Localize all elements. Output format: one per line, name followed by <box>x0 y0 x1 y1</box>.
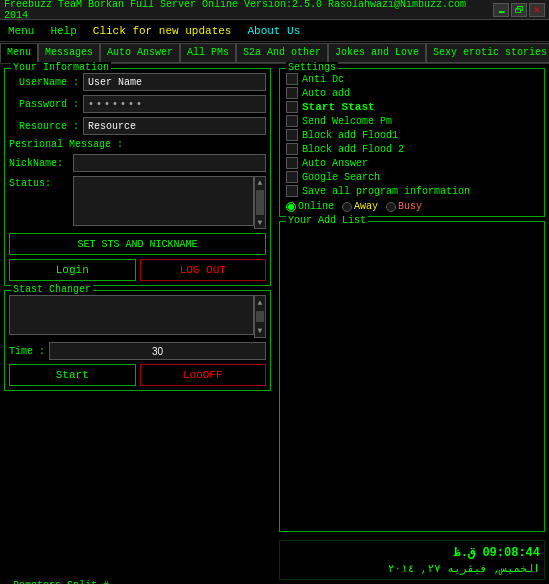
username-input[interactable] <box>83 73 266 91</box>
close-button[interactable]: ✕ <box>529 3 545 17</box>
cb-blockflood1[interactable] <box>286 129 298 141</box>
tab-erotic[interactable]: Sexy erotic stories an <box>426 43 549 63</box>
menu-menu[interactable]: Menu <box>4 24 38 38</box>
your-information-group: Your Information UserName : Password : R… <box>4 68 271 286</box>
stast-scroll-up[interactable]: ▲ <box>256 296 265 309</box>
cb-autoanswer-row: Auto Answer <box>286 157 538 169</box>
login-row: Login LOG OUT <box>9 259 266 281</box>
stast-textarea[interactable] <box>9 295 254 335</box>
settings-title: Settings <box>286 62 338 73</box>
radio-away[interactable]: Away <box>342 201 378 212</box>
tab-jokes[interactable]: Jokes and Love <box>328 43 426 63</box>
resource-label: Resource : <box>9 121 79 132</box>
cb-saveinfo-row: Save all program information <box>286 185 538 197</box>
cb-antidc[interactable] <box>286 73 298 85</box>
set-sts-nickname-button[interactable]: SET STS AND NICKNAME <box>9 233 266 255</box>
time-display-area: 09:08:44 ق.ظ الخميس, فيڤريه ٢٧, ٢٠١٤ <box>279 540 545 580</box>
tab-messages[interactable]: Messages <box>38 43 100 63</box>
status-scrollbar: ▲ ▼ <box>254 176 266 229</box>
stast-changer-group: Stast Changer ▲ ▼ Time : Start LooOFF <box>4 290 271 391</box>
window-controls: 🗕 🗗 ✕ <box>493 3 545 17</box>
menu-bar: Menu Help Click for new updates About Us <box>0 20 549 42</box>
radio-away-label: Away <box>354 201 378 212</box>
status-wrapper: ▲ ▼ <box>73 176 266 229</box>
your-information-title: Your Information <box>11 62 111 73</box>
app-title: Freebuzz TeaM Borkan Full Server Online … <box>4 0 493 21</box>
radio-row: Online Away Busy <box>286 201 538 212</box>
settings-group: Settings Anti Dc Auto add Start Stast Se… <box>279 68 545 217</box>
radio-busy[interactable]: Busy <box>386 201 422 212</box>
main-content: Your Information UserName : Password : R… <box>0 64 549 584</box>
radio-online-circle <box>286 202 296 212</box>
personal-msg-label: Pesrional Message : <box>9 139 266 150</box>
cb-saveinfo[interactable] <box>286 185 298 197</box>
cb-startstast-label: Start Stast <box>302 101 375 113</box>
cb-antidc-row: Anti Dc <box>286 73 538 85</box>
cb-sendwelcome[interactable] <box>286 115 298 127</box>
time-date: الخميس, فيڤريه ٢٧, ٢٠١٤ <box>284 562 540 575</box>
cb-blockflood2[interactable] <box>286 143 298 155</box>
cb-autoanswer-label: Auto Answer <box>302 158 368 169</box>
scroll-thumb <box>256 190 264 215</box>
scroll-up-arrow[interactable]: ▲ <box>257 177 264 188</box>
cb-blockflood2-row: Block add Flood 2 <box>286 143 538 155</box>
remoters-title: Remoters Split # <box>11 580 111 584</box>
tab-autoanswer[interactable]: Auto Answer <box>100 43 180 63</box>
cb-sendwelcome-row: Send Welcome Pm <box>286 115 538 127</box>
cb-startstast[interactable] <box>286 101 298 113</box>
cb-autoadd[interactable] <box>286 87 298 99</box>
radio-busy-circle <box>386 202 396 212</box>
cb-google[interactable] <box>286 171 298 183</box>
login-button[interactable]: Login <box>9 259 136 281</box>
password-label: Password : <box>9 99 79 110</box>
stast-textarea-wrapper: ▲ ▼ <box>9 295 266 338</box>
radio-online-label: Online <box>298 201 334 212</box>
time-row: Time : <box>9 342 266 360</box>
cb-google-label: Google Search <box>302 172 380 183</box>
cb-google-row: Google Search <box>286 171 538 183</box>
status-textarea[interactable] <box>73 176 254 226</box>
stast-scrollbar: ▲ ▼ <box>254 295 266 338</box>
nickname-row: NickName: <box>9 154 266 172</box>
add-list-group: Your Add List <box>279 221 545 532</box>
cb-blockflood1-row: Block add Flood1 <box>286 129 538 141</box>
cb-autoanswer[interactable] <box>286 157 298 169</box>
stast-scroll-thumb <box>256 311 264 322</box>
time-label: Time : <box>9 346 45 357</box>
nickname-input[interactable] <box>73 154 266 172</box>
restore-button[interactable]: 🗗 <box>511 3 527 17</box>
tab-allpms[interactable]: All PMs <box>180 43 236 63</box>
radio-busy-label: Busy <box>398 201 422 212</box>
stast-scroll-down[interactable]: ▼ <box>256 324 265 337</box>
start-row: Start LooOFF <box>9 364 266 386</box>
password-input[interactable] <box>83 95 266 113</box>
status-row: Status: ▲ ▼ <box>9 176 266 229</box>
status-label: Status: <box>9 178 69 189</box>
title-bar: Freebuzz TeaM Borkan Full Server Online … <box>0 0 549 20</box>
tab-menu[interactable]: Menu <box>0 43 38 63</box>
menu-updates[interactable]: Click for new updates <box>89 24 236 38</box>
scroll-down-arrow[interactable]: ▼ <box>257 217 264 228</box>
right-panel: Settings Anti Dc Auto add Start Stast Se… <box>275 64 549 584</box>
radio-online[interactable]: Online <box>286 201 334 212</box>
minimize-button[interactable]: 🗕 <box>493 3 509 17</box>
resource-row: Resource : <box>9 117 266 135</box>
stast-changer-title: Stast Changer <box>11 284 93 295</box>
menu-help[interactable]: Help <box>46 24 80 38</box>
loooff-button[interactable]: LooOFF <box>140 364 267 386</box>
cb-blockflood2-label: Block add Flood 2 <box>302 144 404 155</box>
radio-away-circle <box>342 202 352 212</box>
logout-button[interactable]: LOG OUT <box>140 259 267 281</box>
add-list-title: Your Add List <box>286 215 368 226</box>
menu-about[interactable]: About Us <box>243 24 304 38</box>
resource-input[interactable] <box>83 117 266 135</box>
cb-autoadd-row: Auto add <box>286 87 538 99</box>
time-clock: 09:08:44 ق.ظ <box>284 545 540 560</box>
time-input[interactable] <box>49 342 266 360</box>
cb-startstast-row: Start Stast <box>286 101 538 113</box>
start-button[interactable]: Start <box>9 364 136 386</box>
tab-s2a[interactable]: S2a And other <box>236 43 328 63</box>
cb-blockflood1-label: Block add Flood1 <box>302 130 398 141</box>
left-panel: Your Information UserName : Password : R… <box>0 64 275 584</box>
tabs-bar: Menu Messages Auto Answer All PMs S2a An… <box>0 42 549 64</box>
